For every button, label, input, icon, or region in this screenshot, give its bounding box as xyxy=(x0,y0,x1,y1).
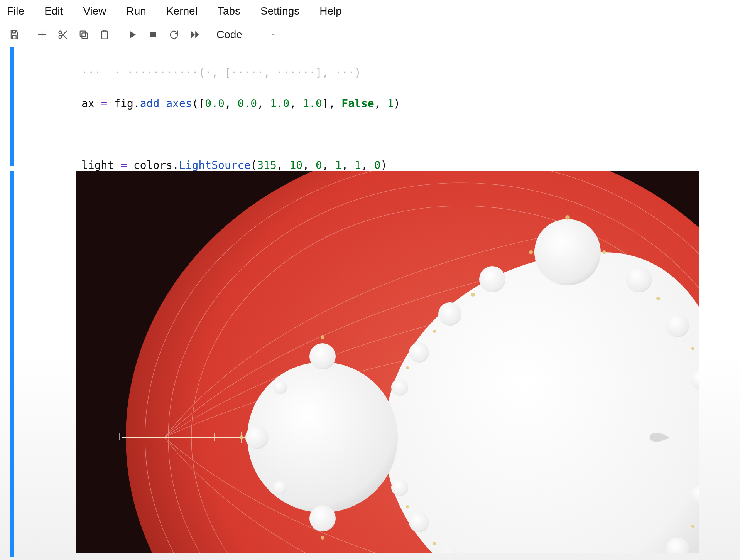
restart-kernel-button[interactable] xyxy=(164,25,184,44)
text-cursor-icon: I xyxy=(118,430,122,443)
svg-rect-2 xyxy=(82,33,87,38)
menu-kernel[interactable]: Kernel xyxy=(156,5,208,17)
svg-point-51 xyxy=(406,505,409,508)
run-all-button[interactable] xyxy=(184,25,205,44)
add-cell-button[interactable] xyxy=(32,25,52,44)
menu-bar: File Edit View Run Kernel Tabs Settings … xyxy=(0,0,740,22)
svg-point-41 xyxy=(471,293,475,297)
svg-rect-6 xyxy=(150,32,156,37)
svg-point-18 xyxy=(534,219,601,285)
scissors-icon xyxy=(57,29,68,40)
cell-selection-bar xyxy=(10,47,14,166)
menu-run[interactable]: Run xyxy=(117,5,156,17)
code-cell[interactable]: ··· · ···········(·, [·····, ······], ··… xyxy=(0,47,740,166)
code-line: light = colors.LightSource(315, 10, 0, 1… xyxy=(81,158,734,173)
code-line: ··· · ···········(·, [·····, ······], ··… xyxy=(81,65,734,81)
svg-point-36 xyxy=(273,380,287,394)
restart-icon xyxy=(169,29,179,40)
svg-point-52 xyxy=(321,335,324,339)
save-icon xyxy=(9,29,20,40)
cell-type-select[interactable]: Code xyxy=(212,26,282,43)
svg-point-33 xyxy=(309,343,336,369)
menu-settings[interactable]: Settings xyxy=(250,5,309,17)
run-cell-button[interactable] xyxy=(122,25,143,44)
interrupt-button[interactable] xyxy=(143,25,164,44)
svg-point-45 xyxy=(691,347,694,350)
svg-point-23 xyxy=(626,266,652,292)
svg-point-32 xyxy=(391,479,408,496)
copy-button[interactable] xyxy=(73,25,94,44)
svg-point-40 xyxy=(602,250,606,254)
menu-view[interactable]: View xyxy=(73,5,116,17)
svg-point-34 xyxy=(309,505,336,531)
svg-point-44 xyxy=(656,297,660,300)
svg-point-20 xyxy=(438,302,461,326)
svg-point-31 xyxy=(409,512,429,532)
code-line xyxy=(81,127,734,142)
output-image: I xyxy=(76,171,699,553)
mandelbrot-render xyxy=(76,171,699,553)
svg-point-43 xyxy=(406,366,409,369)
cell-prompt-gutter xyxy=(14,47,72,166)
cell-type-label: Code xyxy=(216,29,242,41)
menu-file[interactable]: File xyxy=(2,5,34,17)
menu-help[interactable]: Help xyxy=(309,5,352,17)
svg-point-24 xyxy=(666,314,689,337)
chevron-down-icon xyxy=(270,29,277,41)
stop-icon xyxy=(148,29,159,40)
code-line: ax = fig.add_axes([0.0, 0.0, 1.0, 1.0], … xyxy=(81,96,734,111)
svg-point-47 xyxy=(691,525,694,528)
cut-button[interactable] xyxy=(52,25,73,44)
svg-point-53 xyxy=(321,536,324,540)
svg-point-38 xyxy=(565,215,570,220)
menu-tabs[interactable]: Tabs xyxy=(208,5,250,17)
clipboard-icon xyxy=(99,29,110,40)
save-button[interactable] xyxy=(4,25,25,44)
svg-point-50 xyxy=(433,542,436,545)
paste-button[interactable] xyxy=(94,25,115,44)
svg-point-21 xyxy=(409,342,429,363)
copy-icon xyxy=(78,29,89,40)
output-cell: I xyxy=(0,171,740,557)
svg-point-42 xyxy=(433,330,436,333)
svg-point-22 xyxy=(391,379,408,396)
svg-point-17 xyxy=(247,362,398,513)
svg-point-35 xyxy=(245,426,269,449)
notebook-area: ··· · ···········(·, [·····, ······], ··… xyxy=(0,47,740,560)
svg-point-37 xyxy=(273,481,287,494)
svg-point-39 xyxy=(529,250,533,254)
cell-prompt-gutter xyxy=(14,171,72,557)
notebook-toolbar: Code xyxy=(0,22,740,47)
svg-rect-3 xyxy=(80,31,86,36)
play-icon xyxy=(127,29,138,40)
cell-selection-bar xyxy=(10,171,14,557)
fast-forward-icon xyxy=(189,29,200,40)
svg-point-19 xyxy=(479,266,505,292)
svg-point-54 xyxy=(240,435,243,439)
menu-edit[interactable]: Edit xyxy=(34,5,73,17)
plus-icon xyxy=(37,29,47,40)
